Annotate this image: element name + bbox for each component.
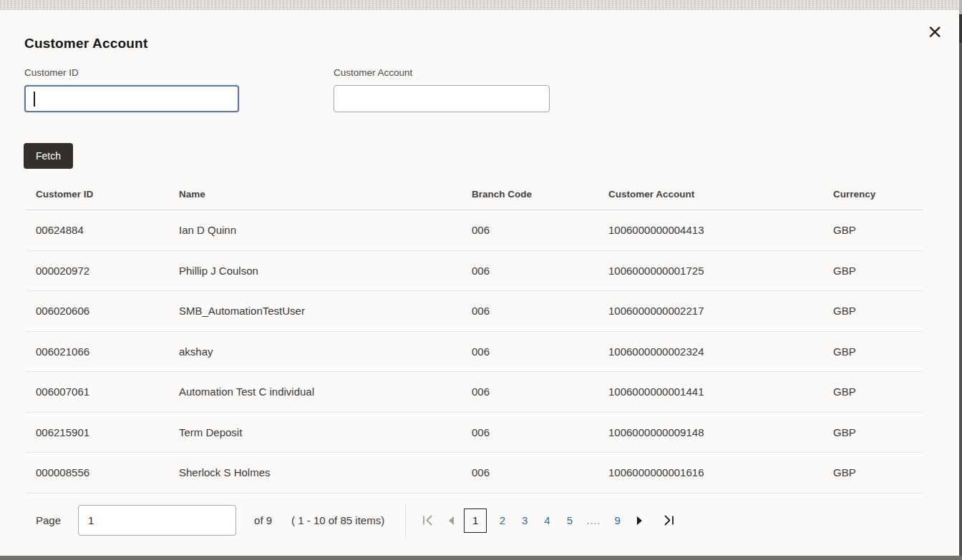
cell-branch-code: 006 (472, 466, 608, 478)
cell-currency: GBP (833, 345, 923, 358)
previous-page-icon[interactable] (441, 509, 462, 533)
cell-name: Sherlock S Holmes (179, 466, 472, 478)
cell-currency: GBP (833, 224, 923, 236)
table-header-row: Customer ID Name Branch Code Customer Ac… (26, 179, 923, 210)
current-page-indicator: 1 (464, 509, 487, 533)
close-icon[interactable]: × (923, 20, 946, 43)
pagination-bar: Page of 9 ( 1 - 10 of 85 items) 1 2 3 4 … (36, 501, 923, 541)
cell-customer-account: 1006000000001725 (608, 265, 833, 277)
cell-customer-account: 1006000000001441 (608, 385, 833, 398)
cell-name: Ian D Quinn (179, 224, 472, 236)
cell-branch-code: 006 (472, 224, 608, 236)
filter-form: Customer ID Customer Account (24, 67, 959, 136)
first-page-icon[interactable] (414, 509, 441, 533)
page-label: Page (36, 514, 61, 526)
cell-customer-id: 006021066 (26, 345, 179, 358)
table-row[interactable]: 00624884 Ian D Quinn 006 100600000000441… (26, 210, 923, 251)
customer-account-field-group: Customer Account (334, 67, 550, 112)
customer-id-label: Customer ID (24, 67, 239, 78)
col-header-currency: Currency (833, 189, 923, 200)
table-row[interactable]: 006007061 Automation Test C individual 0… (26, 372, 923, 413)
page-ellipsis: .... (587, 515, 601, 526)
cell-customer-id: 006215901 (26, 426, 179, 438)
last-page-icon[interactable] (656, 509, 682, 533)
cell-currency: GBP (833, 265, 923, 277)
cell-customer-account: 1006000000001616 (608, 466, 833, 478)
table-row[interactable]: 000008556 Sherlock S Holmes 006 10060000… (26, 453, 923, 493)
cell-customer-id: 000008556 (26, 466, 179, 478)
window-bottom-edge (0, 556, 962, 560)
cell-branch-code: 006 (472, 265, 608, 277)
customer-account-label: Customer Account (334, 67, 550, 78)
page-title: Customer Account (24, 36, 959, 51)
customer-account-table: Customer ID Name Branch Code Customer Ac… (26, 179, 923, 493)
cell-currency: GBP (833, 305, 923, 317)
cell-currency: GBP (833, 466, 923, 478)
cell-currency: GBP (833, 426, 923, 438)
cell-name: Automation Test C individual (179, 385, 472, 398)
cell-branch-code: 006 (472, 345, 608, 358)
page-link-2[interactable]: 2 (500, 514, 505, 526)
cell-name: Phillip J Coulson (179, 265, 472, 277)
col-header-customer-account: Customer Account (608, 189, 833, 200)
table-row[interactable]: 006215901 Term Deposit 006 1006000000009… (26, 413, 923, 453)
table-row[interactable]: 006021066 akshay 006 1006000000002324 GB… (26, 332, 923, 373)
col-header-name: Name (179, 189, 472, 200)
page-link-9[interactable]: 9 (615, 514, 621, 526)
table-row[interactable]: 006020606 SMB_AutomationTestUser 006 100… (26, 291, 923, 332)
pagination-divider (405, 504, 406, 537)
cell-name: akshay (179, 345, 472, 358)
window-right-edge (959, 0, 962, 560)
cell-currency: GBP (833, 385, 923, 398)
col-header-customer-id: Customer ID (26, 189, 179, 200)
customer-account-input[interactable] (334, 85, 550, 112)
page-count-text: of 9 (254, 514, 272, 526)
col-header-branch-code: Branch Code (472, 189, 608, 200)
cell-customer-id: 00624884 (26, 224, 179, 236)
page-number-input[interactable] (78, 505, 236, 536)
cell-branch-code: 006 (472, 305, 608, 317)
cell-branch-code: 006 (472, 385, 608, 398)
cell-customer-id: 006007061 (26, 385, 179, 398)
customer-account-modal: × Customer Account Customer ID Customer … (0, 10, 959, 556)
cell-customer-account: 1006000000002324 (608, 345, 833, 358)
page-link-4[interactable]: 4 (544, 514, 550, 526)
cell-branch-code: 006 (472, 426, 608, 438)
cell-customer-id: 006020606 (26, 305, 179, 317)
window-top-edge (0, 0, 962, 10)
table-row[interactable]: 000020972 Phillip J Coulson 006 10060000… (26, 251, 923, 292)
cell-customer-id: 000020972 (26, 265, 179, 277)
cell-customer-account: 1006000000009148 (608, 426, 833, 438)
cell-name: SMB_AutomationTestUser (179, 305, 472, 317)
pagination-controls: 1 2 3 4 5 .... 9 (414, 509, 682, 533)
page-link-3[interactable]: 3 (522, 514, 528, 526)
items-range-text: ( 1 - 10 of 85 items) (291, 514, 384, 526)
customer-id-field-group: Customer ID (24, 67, 239, 112)
next-page-icon[interactable] (628, 509, 650, 533)
cell-customer-account: 1006000000002217 (608, 305, 833, 317)
page-link-5[interactable]: 5 (567, 514, 573, 526)
customer-id-input[interactable] (24, 85, 239, 112)
cell-customer-account: 1006000000004413 (608, 224, 833, 236)
fetch-button[interactable]: Fetch (24, 143, 73, 169)
cell-name: Term Deposit (179, 426, 472, 438)
